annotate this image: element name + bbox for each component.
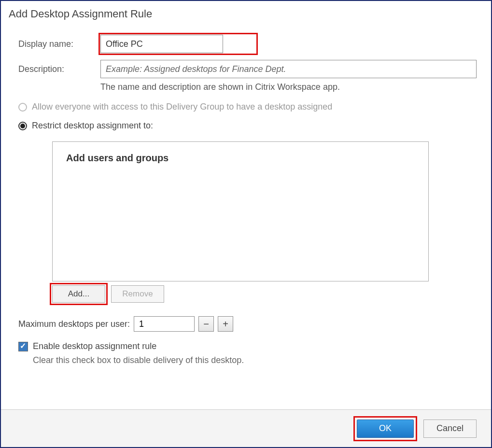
description-input[interactable]: [100, 60, 477, 78]
display-name-input-wrap: [100, 35, 477, 53]
radio-restrict-control[interactable]: [18, 122, 27, 130]
enable-rule-checkbox[interactable]: [18, 342, 28, 351]
ok-button-wrap: OK: [357, 420, 414, 438]
users-panel: Add users and groups Add... Remove: [52, 141, 429, 303]
dialog-add-desktop-assignment-rule: Add Desktop Assignment Rule Display name…: [0, 0, 492, 448]
enable-rule-label: Enable desktop assignment rule: [33, 341, 156, 351]
row-display-name: Display name:: [18, 35, 477, 53]
row-max-desktops: Maximum desktops per user: − +: [18, 316, 477, 332]
add-users-button[interactable]: Add...: [52, 285, 105, 303]
remove-users-button[interactable]: Remove: [111, 285, 164, 303]
enable-rule-help: Clear this check box to disable delivery…: [33, 355, 477, 365]
users-buttons-row: Add... Remove: [52, 285, 429, 303]
users-list-box[interactable]: Add users and groups: [52, 141, 429, 281]
radio-restrict-label: Restrict desktop assignment to:: [32, 121, 153, 131]
row-description: Description:: [18, 60, 477, 78]
users-box-title: Add users and groups: [66, 153, 415, 164]
ok-button[interactable]: OK: [357, 420, 414, 438]
label-description: Description:: [18, 64, 100, 74]
display-name-input[interactable]: [100, 35, 223, 53]
label-max-desktops: Maximum desktops per user:: [18, 319, 130, 329]
dialog-title: Add Desktop Assignment Rule: [1, 1, 491, 20]
radio-allow-everyone-control: [18, 103, 27, 112]
dialog-content: Display name: Description: The name and …: [1, 20, 491, 365]
add-button-wrap: Add...: [52, 285, 105, 303]
dialog-footer: OK Cancel: [1, 409, 491, 447]
radio-restrict[interactable]: Restrict desktop assignment to:: [18, 121, 477, 131]
cancel-button[interactable]: Cancel: [423, 420, 477, 438]
radio-allow-everyone-label: Allow everyone with access to this Deliv…: [32, 102, 332, 112]
increment-button[interactable]: +: [218, 316, 233, 332]
label-display-name: Display name:: [18, 39, 100, 49]
decrement-button[interactable]: −: [198, 316, 214, 332]
radio-allow-everyone: Allow everyone with access to this Deliv…: [18, 102, 477, 112]
max-desktops-input[interactable]: [134, 316, 195, 332]
helper-text: The name and description are shown in Ci…: [100, 82, 477, 92]
row-enable-rule[interactable]: Enable desktop assignment rule: [18, 341, 477, 351]
